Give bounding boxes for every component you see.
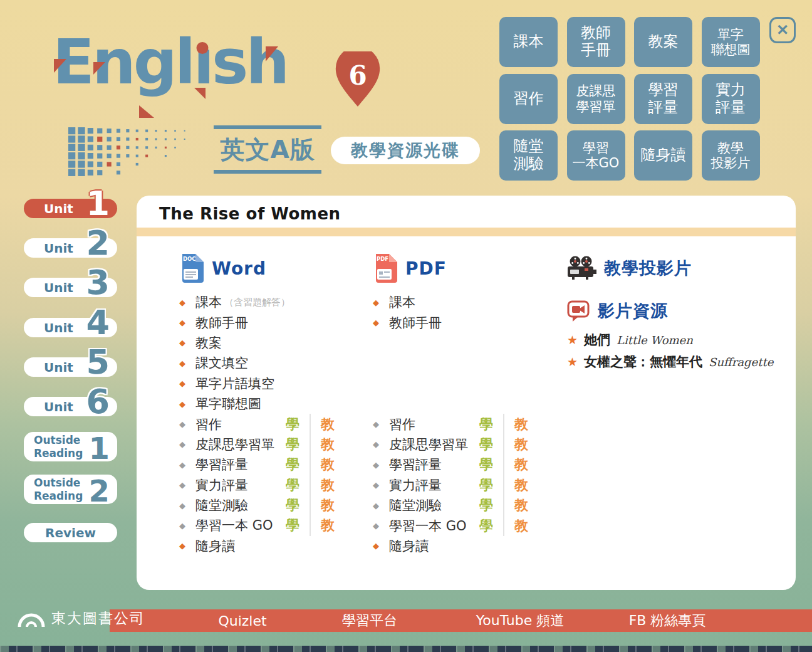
student-version-link[interactable]: 學 <box>278 516 307 535</box>
teacher-version-link[interactable]: 教 <box>507 455 536 474</box>
footer-link-bar: Quizlet 學習平台 YouTube 頻道 FB 粉絲專頁 <box>110 609 812 632</box>
student-version-link[interactable]: 學 <box>278 435 307 454</box>
menu-ability-assessment-button[interactable]: 實力評量 <box>702 74 760 124</box>
teacher-version-link[interactable]: 教 <box>313 496 342 515</box>
sidebar-unit-3[interactable]: Unit 3 <box>24 278 117 297</box>
student-version-link[interactable]: 學 <box>472 455 501 474</box>
diamond-bullet-icon: ◆ <box>179 359 195 368</box>
teacher-version-link[interactable]: 教 <box>313 476 342 495</box>
teacher-version-link[interactable]: 教 <box>507 435 536 454</box>
divider <box>310 475 311 495</box>
list-item: ◆隨身讀 <box>373 536 561 556</box>
student-version-link[interactable]: 學 <box>472 517 501 535</box>
diamond-bullet-icon: ◆ <box>373 439 389 449</box>
student-version-link[interactable]: 學 <box>278 415 307 434</box>
list-item: ◆教案 <box>179 333 367 353</box>
resource-link[interactable]: 教師手冊 <box>195 314 248 332</box>
sidebar-outside-reading-1[interactable]: OutsideReading 1 <box>24 432 117 461</box>
publisher-logo[interactable]: 東大圖書公司 <box>18 609 145 628</box>
doc-file-icon: DOC <box>179 253 204 283</box>
video-item[interactable]: ★ 女權之聲：無懼年代 Suffragette <box>567 353 773 375</box>
list-item: ◆教師手冊 <box>373 312 561 332</box>
resource-label: 隨堂測驗 <box>389 497 472 514</box>
menu-workbook-button[interactable]: 習作 <box>499 74 558 124</box>
star-icon: ★ <box>567 333 578 347</box>
student-version-link[interactable]: 學 <box>472 415 501 434</box>
list-item: ◆單字聯想圖 <box>179 394 367 414</box>
teaching-slides-header-row[interactable]: 教學投影片 <box>567 256 773 281</box>
diamond-bullet-icon: ◆ <box>373 419 389 429</box>
resource-note: （含習題解答） <box>224 297 290 308</box>
resource-label: 學習一本 GO <box>389 517 472 535</box>
teacher-version-link[interactable]: 教 <box>313 516 342 535</box>
footer-link-facebook[interactable]: FB 粉絲專頁 <box>629 611 706 630</box>
teacher-version-link[interactable]: 教 <box>313 415 342 434</box>
footer-link-learning-platform[interactable]: 學習平台 <box>342 611 397 630</box>
teacher-version-link[interactable]: 教 <box>507 517 536 535</box>
sidebar-unit-4[interactable]: Unit 4 <box>24 318 117 337</box>
menu-teaching-slides-button[interactable]: 教學投影片 <box>702 130 760 181</box>
menu-study-go-button[interactable]: 學習一本GO <box>567 130 625 181</box>
resource-link[interactable]: 隨身讀 <box>195 537 235 555</box>
diamond-bullet-icon: ◆ <box>179 439 195 449</box>
word-column-header: Word <box>212 258 266 279</box>
sidebar-unit-2[interactable]: Unit 2 <box>24 238 117 258</box>
pdf-file-icon: PDF <box>373 253 398 283</box>
menu-pirls-worksheet-button[interactable]: 皮課思學習單 <box>567 74 625 124</box>
sidebar-unit-5[interactable]: Unit 5 <box>24 357 117 377</box>
logo-accent <box>139 105 154 118</box>
list-item: ◆隨堂測驗學教 <box>373 495 561 515</box>
diamond-bullet-icon: ◆ <box>373 501 389 510</box>
resource-link[interactable]: 單字聯想圖 <box>195 395 261 413</box>
resource-link[interactable]: 隨身讀 <box>389 537 429 555</box>
divider <box>310 414 311 434</box>
teacher-version-link[interactable]: 教 <box>313 455 342 474</box>
teacher-version-link[interactable]: 教 <box>313 435 342 454</box>
menu-word-map-button[interactable]: 單字聯想圖 <box>702 17 760 67</box>
resource-link[interactable]: 課本 <box>389 293 415 311</box>
student-version-link[interactable]: 學 <box>472 435 501 454</box>
divider <box>310 434 311 455</box>
arch-logo-icon <box>18 609 45 628</box>
sidebar-review[interactable]: Review <box>24 523 117 542</box>
teacher-version-link[interactable]: 教 <box>507 496 536 515</box>
resource-label: 習作 <box>195 416 278 433</box>
footer-link-quizlet[interactable]: Quizlet <box>218 613 266 629</box>
resource-link[interactable]: 課文填空 <box>195 354 248 372</box>
student-version-link[interactable]: 學 <box>278 455 307 474</box>
diamond-bullet-icon: ◆ <box>373 541 389 550</box>
list-item: ◆學習評量學教 <box>179 455 367 475</box>
student-version-link[interactable]: 學 <box>472 476 501 495</box>
sidebar-unit-1[interactable]: Unit 1 <box>24 199 117 218</box>
menu-learning-assessment-button[interactable]: 學習評量 <box>634 74 692 124</box>
student-version-link[interactable]: 學 <box>278 476 307 495</box>
teacher-version-link[interactable]: 教 <box>507 415 536 434</box>
resource-link[interactable]: 教案 <box>195 334 222 352</box>
teacher-version-link[interactable]: 教 <box>507 476 536 495</box>
edition-bar-bottom <box>214 170 321 174</box>
disc-title: 教學資源光碟 <box>331 137 480 164</box>
divider <box>310 455 311 475</box>
list-item: ◆實力評量學教 <box>179 475 367 495</box>
list-item: ◆課文填空 <box>179 353 367 373</box>
sidebar-outside-reading-2[interactable]: OutsideReading 2 <box>24 475 117 504</box>
close-button[interactable]: ✕ <box>769 17 796 43</box>
sidebar-unit-6[interactable]: Unit 6 <box>24 397 117 416</box>
list-item: ◆習作學教 <box>179 414 367 434</box>
resource-link[interactable]: 課本 <box>195 293 222 311</box>
divider <box>503 414 504 434</box>
menu-lesson-plan-button[interactable]: 教案 <box>634 17 692 67</box>
menu-quiz-button[interactable]: 隨堂測驗 <box>499 130 558 181</box>
footer-link-youtube[interactable]: YouTube 頻道 <box>476 611 564 630</box>
student-version-link[interactable]: 學 <box>278 496 307 515</box>
student-version-link[interactable]: 學 <box>472 496 501 515</box>
video-resources-header-row: 影片資源 <box>567 300 773 322</box>
video-item[interactable]: ★ 她們 Little Women <box>567 331 773 353</box>
resource-link[interactable]: 單字片語填空 <box>195 375 274 392</box>
menu-pocket-reader-button[interactable]: 隨身讀 <box>634 130 692 181</box>
resource-link[interactable]: 教師手冊 <box>389 314 442 332</box>
list-item: ◆實力評量學教 <box>373 475 561 495</box>
menu-textbook-button[interactable]: 課本 <box>499 17 558 67</box>
menu-teacher-manual-button[interactable]: 教師手冊 <box>567 17 625 67</box>
diamond-bullet-icon: ◆ <box>179 379 195 388</box>
